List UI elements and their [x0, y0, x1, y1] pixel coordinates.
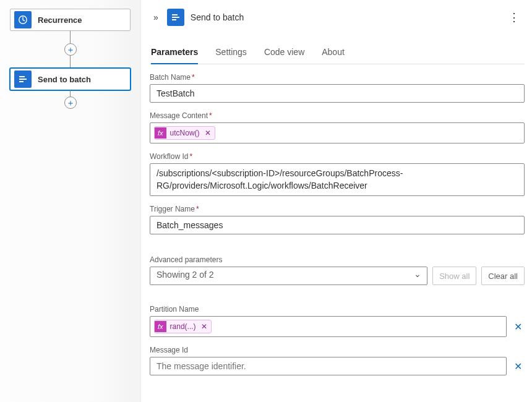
partition-name-label: Partition Name: [150, 305, 525, 314]
more-actions-button[interactable]: ⋮: [505, 9, 523, 25]
svg-rect-6: [172, 19, 176, 20]
field-batch-name: Batch Name*: [150, 73, 525, 103]
remove-token-button[interactable]: ✕: [200, 322, 211, 331]
canvas-node-recurrence[interactable]: Recurrence: [10, 9, 131, 31]
field-message-content: Message Content* fx utcNow() ✕: [150, 111, 525, 143]
field-partition-name: Partition Name fx rand(...) ✕ ✕: [150, 305, 525, 337]
expression-token[interactable]: fx rand(...) ✕: [154, 320, 212, 333]
add-step-button[interactable]: ＋: [64, 43, 77, 56]
field-trigger-name: Trigger Name*: [150, 205, 525, 234]
field-workflow-id: Workflow Id* /subscriptions/<subscriptio…: [150, 152, 525, 196]
partition-name-input[interactable]: fx rand(...) ✕: [150, 316, 507, 337]
connector-tail: ＋: [64, 90, 77, 109]
clock-icon: [14, 11, 32, 28]
property-panel: » Send to batch ⋮ Parameters Settings Co…: [141, 0, 532, 402]
canvas-node-send-to-batch[interactable]: Send to batch: [10, 68, 131, 90]
field-message-id: Message Id ✕: [150, 346, 525, 375]
advanced-parameters-select[interactable]: Showing 2 of 2: [150, 267, 427, 285]
batch-icon: [167, 9, 184, 26]
tab-settings[interactable]: Settings: [215, 42, 247, 64]
batch-icon: [14, 71, 32, 88]
add-step-button[interactable]: ＋: [64, 96, 77, 109]
remove-parameter-button[interactable]: ✕: [512, 321, 525, 333]
fx-icon: fx: [155, 321, 166, 332]
expression-token[interactable]: fx utcNow() ✕: [154, 126, 215, 140]
batch-name-input[interactable]: [150, 84, 525, 103]
trigger-name-label: Trigger Name*: [150, 205, 525, 213]
remove-parameter-button[interactable]: ✕: [512, 361, 525, 372]
workflow-id-input[interactable]: /subscriptions/<subscription-ID>/resourc…: [150, 163, 525, 196]
trigger-name-input[interactable]: [150, 216, 525, 234]
message-content-label: Message Content*: [150, 111, 525, 120]
panel-title: Send to batch: [191, 12, 244, 22]
message-content-input[interactable]: fx utcNow() ✕: [150, 122, 525, 143]
workflow-id-label: Workflow Id*: [150, 152, 525, 161]
svg-rect-1: [19, 76, 25, 77]
tab-about[interactable]: About: [322, 42, 345, 64]
show-all-button[interactable]: Show all: [432, 267, 476, 285]
token-text: utcNow(): [166, 127, 204, 139]
tab-parameters[interactable]: Parameters: [151, 42, 198, 64]
node-label: Recurrence: [38, 15, 82, 25]
svg-rect-5: [172, 17, 179, 18]
remove-token-button[interactable]: ✕: [204, 129, 215, 137]
message-id-input[interactable]: [150, 357, 507, 375]
svg-rect-3: [19, 81, 24, 82]
fx-icon: fx: [155, 127, 166, 139]
tabs: Parameters Settings Code view About: [150, 42, 525, 64]
advanced-parameters-label: Advanced parameters: [150, 255, 525, 264]
batch-name-label: Batch Name*: [150, 73, 525, 82]
message-id-label: Message Id: [150, 346, 525, 354]
tab-code-view[interactable]: Code view: [264, 42, 304, 64]
token-text: rand(...): [166, 320, 200, 333]
panel-titlebar: » Send to batch ⋮: [150, 5, 525, 32]
workflow-canvas: Recurrence ＋ Send to batch ＋: [0, 0, 141, 402]
svg-rect-2: [19, 79, 27, 80]
field-advanced-parameters: Advanced parameters Showing 2 of 2 Show …: [150, 255, 525, 285]
collapse-panel-button[interactable]: »: [151, 11, 161, 24]
connector: ＋: [64, 31, 77, 68]
node-label: Send to batch: [38, 75, 91, 84]
svg-rect-4: [172, 14, 178, 15]
clear-all-button[interactable]: Clear all: [481, 267, 525, 285]
